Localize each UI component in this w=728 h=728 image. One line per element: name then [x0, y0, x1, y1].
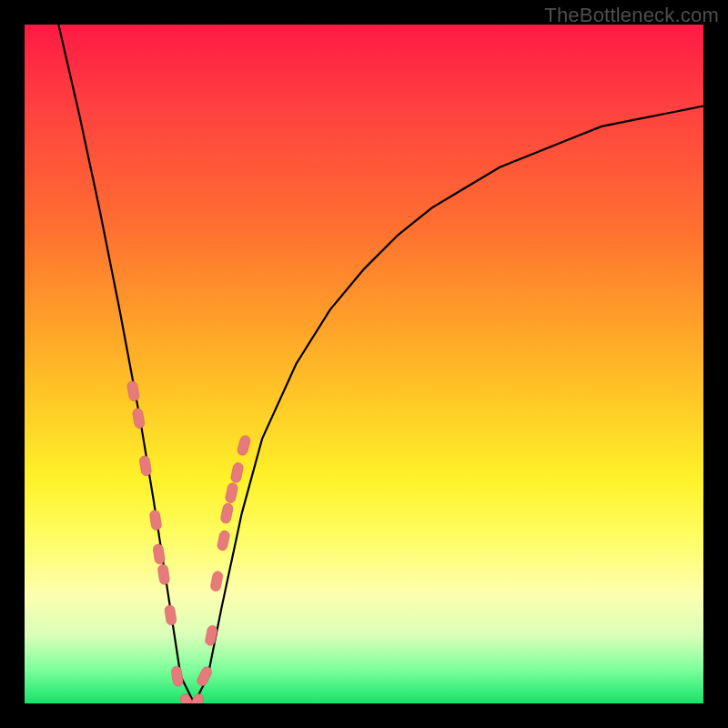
- marker: [126, 380, 140, 402]
- marker: [210, 571, 224, 592]
- marker: [171, 665, 184, 686]
- plot-area: [25, 25, 703, 703]
- bottleneck-curve: [58, 25, 703, 703]
- marker: [230, 461, 244, 483]
- marker: [205, 625, 218, 647]
- marker: [139, 455, 152, 477]
- marker: [157, 564, 170, 585]
- marker: [237, 434, 251, 456]
- marker: [225, 482, 238, 504]
- curve-svg: [25, 25, 703, 703]
- marker: [220, 502, 234, 524]
- marker: [132, 408, 146, 430]
- marker: [196, 665, 214, 688]
- marker: [153, 543, 166, 564]
- marker-group: [126, 380, 251, 703]
- chart-frame: TheBottleneck.com: [0, 0, 728, 728]
- marker: [149, 510, 162, 531]
- marker: [217, 530, 230, 551]
- marker: [164, 604, 177, 625]
